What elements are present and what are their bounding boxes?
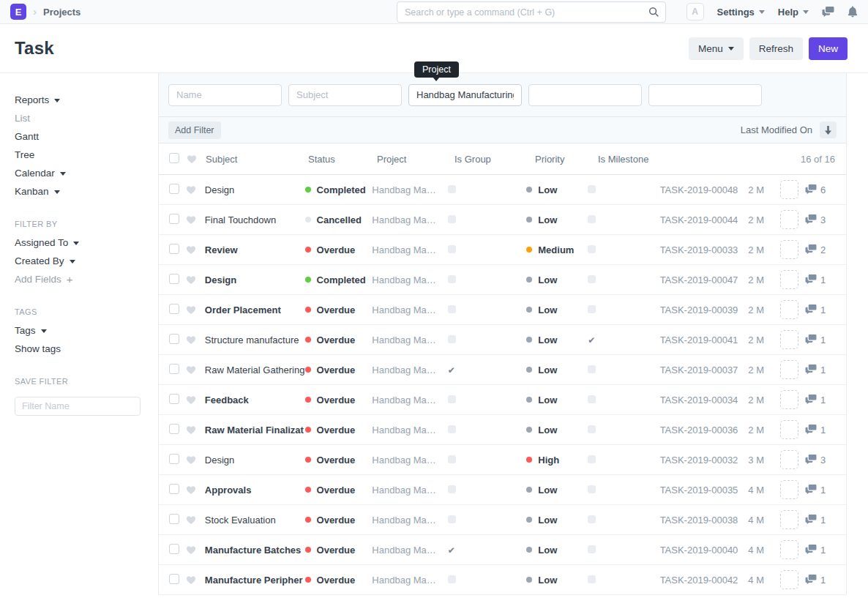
refresh-button[interactable]: Refresh <box>749 37 803 60</box>
assignee-placeholder[interactable] <box>780 330 798 349</box>
table-row[interactable]: Stock Evaluation Overdue Handbag Ma… ✔ L… <box>159 505 846 535</box>
comments-button[interactable]: 1 <box>805 334 835 345</box>
heart-icon[interactable] <box>186 575 196 585</box>
row-checkbox[interactable] <box>169 274 179 284</box>
filter-name-input[interactable] <box>15 397 141 416</box>
sidebar-item-kanban[interactable]: Kanban <box>15 187 147 197</box>
new-button[interactable]: New <box>809 37 848 60</box>
heart-icon[interactable] <box>186 545 196 555</box>
sort-direction-button[interactable] <box>820 122 837 138</box>
assignee-placeholder[interactable] <box>780 360 798 379</box>
assignee-placeholder[interactable] <box>780 240 798 259</box>
assignee-placeholder[interactable] <box>780 180 798 199</box>
comments-button[interactable]: 3 <box>805 214 835 225</box>
heart-icon[interactable] <box>186 395 196 405</box>
task-id[interactable]: TASK-2019-00039 <box>652 304 738 315</box>
sidebar-item-created-by[interactable]: Created By <box>15 256 147 266</box>
table-row[interactable]: Design Completed Handbag Ma… ✔ Low ✔ TAS… <box>159 265 846 295</box>
row-checkbox[interactable] <box>169 544 179 554</box>
comments-button[interactable]: 1 <box>805 274 835 285</box>
heart-icon[interactable] <box>186 335 196 345</box>
menu-button[interactable]: Menu <box>689 37 744 60</box>
table-row[interactable]: Manufacture Peripher Overdue Handbag Ma…… <box>159 565 846 595</box>
assignee-placeholder[interactable] <box>780 210 798 229</box>
task-subject[interactable]: Design <box>205 274 236 285</box>
sidebar-item-show-tags[interactable]: Show tags <box>15 344 147 354</box>
task-subject[interactable]: Structure manufacture <box>205 334 299 345</box>
comments-button[interactable]: 2 <box>805 244 835 255</box>
heart-icon[interactable] <box>186 215 196 225</box>
comments-button[interactable]: 1 <box>805 365 835 375</box>
comments-button[interactable]: 1 <box>805 485 835 496</box>
heart-icon[interactable] <box>186 515 196 525</box>
sidebar-item-reports[interactable]: Reports <box>15 95 147 105</box>
bell-icon[interactable] <box>848 6 858 18</box>
row-checkbox[interactable] <box>169 184 179 194</box>
select-all-checkbox[interactable] <box>169 153 179 163</box>
task-subject[interactable]: Raw Material Finalizat <box>205 425 304 436</box>
task-id[interactable]: TASK-2019-00034 <box>652 395 738 405</box>
heart-icon[interactable] <box>186 455 196 465</box>
table-row[interactable]: Feedback Overdue Handbag Ma… ✔ Low ✔ TAS… <box>159 385 846 415</box>
row-checkbox[interactable] <box>169 454 179 464</box>
task-subject[interactable]: Design <box>205 184 234 195</box>
task-id[interactable]: TASK-2019-00041 <box>652 334 738 345</box>
filter-input-1[interactable] <box>168 84 282 106</box>
chat-icon[interactable] <box>822 7 834 18</box>
table-row[interactable]: Raw Material Finalizat Overdue Handbag M… <box>159 415 846 445</box>
heart-icon[interactable] <box>186 485 196 495</box>
task-subject[interactable]: Manufacture Batches <box>205 545 301 556</box>
breadcrumb[interactable]: Projects <box>43 7 81 18</box>
task-subject[interactable]: Order Placement <box>205 304 281 315</box>
comments-button[interactable]: 1 <box>805 545 835 556</box>
sidebar-item-tree[interactable]: Tree <box>15 150 147 160</box>
table-row[interactable]: Design Overdue Handbag Ma… ✔ High ✔ TASK… <box>159 445 846 475</box>
task-id[interactable]: TASK-2019-00048 <box>652 184 738 195</box>
sidebar-item-calendar[interactable]: Calendar <box>15 168 147 179</box>
row-checkbox[interactable] <box>169 424 179 434</box>
task-id[interactable]: TASK-2019-00044 <box>652 214 738 225</box>
assignee-placeholder[interactable] <box>780 450 798 469</box>
app-logo[interactable]: E <box>10 4 26 20</box>
row-checkbox[interactable] <box>169 304 179 314</box>
comments-button[interactable]: 1 <box>805 304 835 315</box>
assignee-placeholder[interactable] <box>780 540 798 559</box>
avatar[interactable]: A <box>686 3 704 20</box>
row-checkbox[interactable] <box>169 214 179 224</box>
assignee-placeholder[interactable] <box>780 480 798 499</box>
filter-input-5[interactable] <box>648 84 762 106</box>
filter-input-4[interactable] <box>528 84 642 106</box>
task-subject[interactable]: Design <box>205 455 234 466</box>
sidebar-item-add-fields[interactable]: Add Fields + <box>15 274 147 285</box>
assignee-placeholder[interactable] <box>780 510 798 529</box>
help-menu[interactable]: Help <box>778 7 809 18</box>
task-subject[interactable]: Stock Evaluation <box>205 515 276 526</box>
heart-icon[interactable] <box>186 185 196 195</box>
assignee-placeholder[interactable] <box>780 300 798 319</box>
comments-button[interactable]: 3 <box>805 455 835 466</box>
sidebar-item-tags[interactable]: Tags <box>15 326 147 336</box>
table-row[interactable]: Review Overdue Handbag Ma… ✔ Medium ✔ TA… <box>159 235 846 265</box>
row-checkbox[interactable] <box>169 484 179 494</box>
sidebar-item-gantt[interactable]: Gantt <box>15 132 147 142</box>
task-id[interactable]: TASK-2019-00035 <box>652 485 738 496</box>
sidebar-item-list[interactable]: List <box>15 113 147 124</box>
heart-icon[interactable] <box>186 425 196 435</box>
task-subject[interactable]: Manufacture Peripher <box>205 575 303 586</box>
table-row[interactable]: Approvals Overdue Handbag Ma… ✔ Low ✔ TA… <box>159 475 846 505</box>
task-id[interactable]: TASK-2019-00036 <box>652 425 738 436</box>
heart-icon[interactable] <box>186 305 196 315</box>
heart-icon[interactable] <box>186 365 196 375</box>
assignee-placeholder[interactable] <box>780 570 798 589</box>
row-checkbox[interactable] <box>169 364 179 374</box>
comments-button[interactable]: 1 <box>805 575 835 586</box>
task-id[interactable]: TASK-2019-00047 <box>652 274 738 285</box>
task-subject[interactable]: Raw Material Gathering <box>205 365 305 375</box>
comments-button[interactable]: 6 <box>805 184 835 195</box>
task-subject[interactable]: Final Touchdown <box>205 214 276 225</box>
task-id[interactable]: TASK-2019-00042 <box>652 575 738 586</box>
table-row[interactable]: Final Touchdown Cancelled Handbag Ma… ✔ … <box>159 205 846 235</box>
row-checkbox[interactable] <box>169 394 179 404</box>
task-id[interactable]: TASK-2019-00040 <box>652 545 738 556</box>
assignee-placeholder[interactable] <box>780 420 798 439</box>
